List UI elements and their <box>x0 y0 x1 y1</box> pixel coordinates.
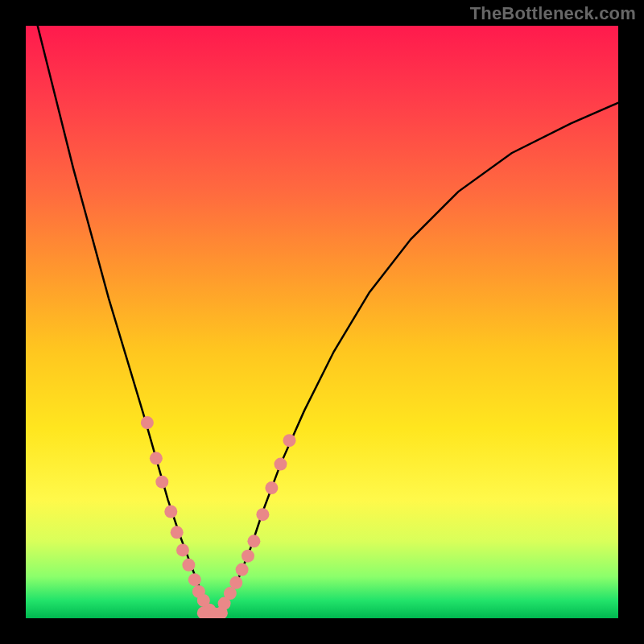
svg-point-4 <box>171 526 184 539</box>
svg-point-13 <box>229 576 242 589</box>
svg-point-0 <box>141 416 154 429</box>
svg-point-15 <box>242 550 254 563</box>
svg-point-14 <box>236 564 249 576</box>
chart-svg <box>26 26 618 618</box>
watermark-text: TheBottleneck.com <box>470 3 636 24</box>
chart-frame: TheBottleneck.com <box>0 0 644 644</box>
svg-point-6 <box>182 559 195 572</box>
scatter-markers <box>141 416 296 618</box>
svg-point-17 <box>256 508 269 521</box>
svg-point-19 <box>275 458 287 471</box>
svg-point-16 <box>247 535 260 547</box>
svg-point-5 <box>176 543 189 556</box>
svg-point-20 <box>283 434 296 447</box>
svg-point-1 <box>150 452 163 464</box>
svg-point-18 <box>265 481 278 494</box>
svg-point-2 <box>155 476 168 489</box>
bottleneck-curve <box>38 26 618 614</box>
svg-point-7 <box>188 573 201 586</box>
svg-point-3 <box>164 506 177 518</box>
